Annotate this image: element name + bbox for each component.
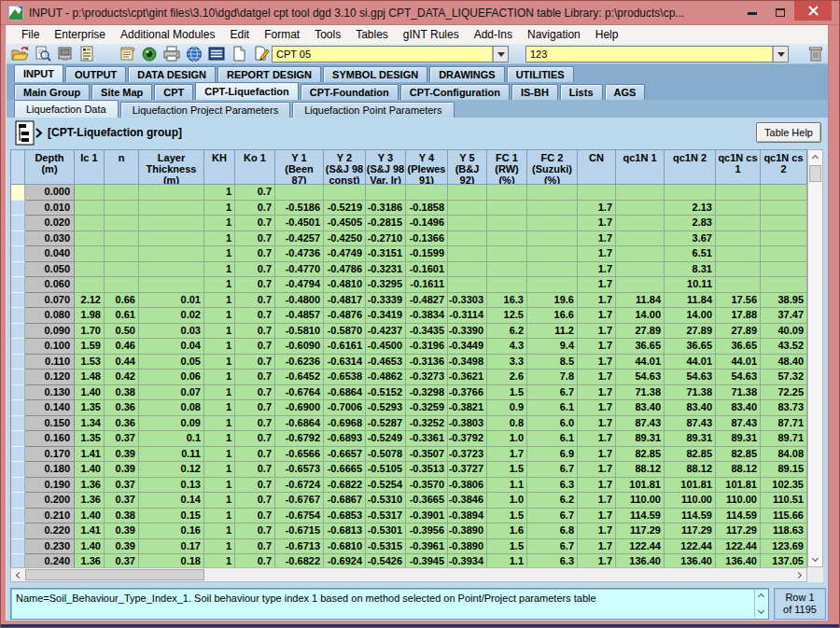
table-cell[interactable]: 19.6: [527, 293, 578, 309]
table-cell[interactable]: [761, 262, 807, 278]
table-cell[interactable]: 1.7: [578, 370, 616, 385]
table-cell[interactable]: 48.40: [761, 355, 807, 370]
table-cell[interactable]: [448, 216, 487, 231]
table-cell[interactable]: -0.3723: [448, 447, 487, 463]
table-cell[interactable]: -0.3186: [366, 201, 406, 216]
menu-item[interactable]: Tables: [348, 26, 396, 43]
table-cell[interactable]: -0.3361: [406, 431, 448, 447]
table-cell[interactable]: -0.6090: [275, 339, 324, 355]
table-cell[interactable]: 0.190: [25, 478, 75, 494]
table-cell[interactable]: 1.7: [578, 462, 616, 478]
table-cell[interactable]: 0.37: [105, 493, 139, 509]
table-cell[interactable]: -0.6724: [275, 478, 324, 494]
table-cell[interactable]: 0.7: [235, 385, 275, 401]
table-cell[interactable]: -0.6968: [324, 416, 366, 432]
table-cell[interactable]: 0.030: [25, 231, 75, 247]
table-cell[interactable]: 8.31: [665, 262, 716, 278]
row-selector[interactable]: [11, 339, 25, 355]
table-cell[interactable]: -0.3231: [366, 262, 406, 278]
table-cell[interactable]: 136.40: [716, 554, 761, 567]
table-cell[interactable]: 6.2: [527, 493, 578, 509]
table-cell[interactable]: 1.7: [578, 201, 616, 216]
tab-symbol-design[interactable]: SYMBOL DESIGN: [323, 66, 427, 82]
table-cell[interactable]: 101.81: [616, 478, 665, 494]
table-cell[interactable]: 1.6: [487, 523, 527, 539]
table-cell[interactable]: -0.6715: [275, 523, 324, 539]
table-cell[interactable]: 0.200: [25, 493, 75, 509]
table-cell[interactable]: 1: [204, 493, 235, 509]
table-cell[interactable]: 0.7: [235, 324, 275, 340]
table-cell[interactable]: -0.6853: [324, 509, 366, 524]
table-cell[interactable]: 0.050: [25, 262, 75, 278]
table-cell[interactable]: 122.44: [616, 539, 665, 555]
table-cell[interactable]: 122.44: [665, 539, 716, 555]
tab-cpt-liquefaction[interactable]: CPT-Liquefaction: [195, 82, 298, 100]
table-cell[interactable]: -0.6900: [275, 400, 324, 416]
table-cell[interactable]: 40.09: [761, 324, 807, 340]
table-cell[interactable]: [487, 216, 527, 231]
table-cell[interactable]: 6.3: [527, 478, 578, 494]
table-cell[interactable]: 0.7: [235, 262, 275, 278]
table-cell[interactable]: -0.3136: [406, 355, 448, 370]
table-cell[interactable]: 0.14: [139, 493, 204, 509]
table-cell[interactable]: 1.41: [75, 523, 105, 539]
table-cell[interactable]: -0.1496: [406, 216, 448, 231]
table-cell[interactable]: 1.5: [487, 385, 527, 401]
table-cell[interactable]: 1: [204, 523, 235, 539]
table-cell[interactable]: [716, 201, 761, 216]
table-cell[interactable]: 1.98: [75, 308, 105, 324]
table-cell[interactable]: 36.65: [665, 339, 716, 355]
table-cell[interactable]: 110.51: [761, 493, 807, 509]
row-selector[interactable]: [11, 355, 25, 370]
table-cell[interactable]: 1.7: [578, 308, 616, 324]
table-cell[interactable]: 1.40: [75, 385, 105, 401]
table-cell[interactable]: 0.7: [235, 355, 275, 370]
tab-cpt-foundation[interactable]: CPT-Foundation: [301, 84, 399, 100]
menu-item[interactable]: Enterprise: [47, 26, 113, 43]
table-cell[interactable]: [406, 185, 448, 201]
table-cell[interactable]: 115.66: [761, 509, 807, 524]
table-cell[interactable]: 0.1: [139, 431, 204, 447]
table-cell[interactable]: 16.6: [527, 308, 578, 324]
table-cell[interactable]: 110.00: [716, 493, 761, 509]
row-selector[interactable]: [11, 493, 25, 509]
table-cell[interactable]: 17.56: [716, 293, 761, 309]
table-cell[interactable]: [761, 277, 807, 293]
table-cell[interactable]: 36.65: [616, 339, 665, 355]
table-cell[interactable]: 0.7: [235, 308, 275, 324]
table-cell[interactable]: 1.40: [75, 509, 105, 524]
table-cell[interactable]: 0.7: [235, 478, 275, 494]
table-cell[interactable]: 0.12: [139, 462, 204, 478]
table-cell[interactable]: 0.46: [105, 339, 139, 355]
maximize-button[interactable]: [766, 1, 794, 21]
table-cell[interactable]: [105, 185, 139, 201]
table-cell[interactable]: [105, 262, 139, 278]
table-cell[interactable]: 0.39: [105, 523, 139, 539]
scroll-right-icon[interactable]: [792, 568, 806, 581]
table-cell[interactable]: [75, 216, 105, 231]
table-cell[interactable]: 38.95: [761, 293, 807, 309]
table-cell[interactable]: 1.59: [75, 339, 105, 355]
table-cell[interactable]: 0.01: [139, 293, 204, 309]
menu-item[interactable]: Format: [257, 26, 307, 43]
table-cell[interactable]: -0.5293: [366, 400, 406, 416]
table-cell[interactable]: -0.3196: [406, 339, 448, 355]
table-cell[interactable]: 0.000: [25, 185, 75, 201]
table-cell[interactable]: -0.1366: [406, 231, 448, 247]
table-cell[interactable]: [527, 246, 578, 262]
table-cell[interactable]: [105, 201, 139, 216]
table-cell[interactable]: [616, 262, 665, 278]
project-explorer-icon[interactable]: [77, 45, 98, 63]
table-cell[interactable]: 83.40: [616, 400, 665, 416]
menu-item[interactable]: Additional Modules: [113, 26, 222, 43]
table-cell[interactable]: [105, 246, 139, 262]
table-cell[interactable]: -0.3621: [448, 370, 487, 385]
table-cell[interactable]: -0.3803: [448, 416, 487, 432]
vertical-scroll-thumb[interactable]: [809, 165, 821, 182]
table-cell[interactable]: 1: [204, 509, 235, 524]
table-cell[interactable]: 137.05: [761, 554, 807, 567]
table-cell[interactable]: 1: [204, 539, 235, 555]
table-cell[interactable]: 0.16: [139, 523, 204, 539]
table-cell[interactable]: -0.4786: [324, 262, 366, 278]
table-cell[interactable]: 27.89: [616, 324, 665, 340]
